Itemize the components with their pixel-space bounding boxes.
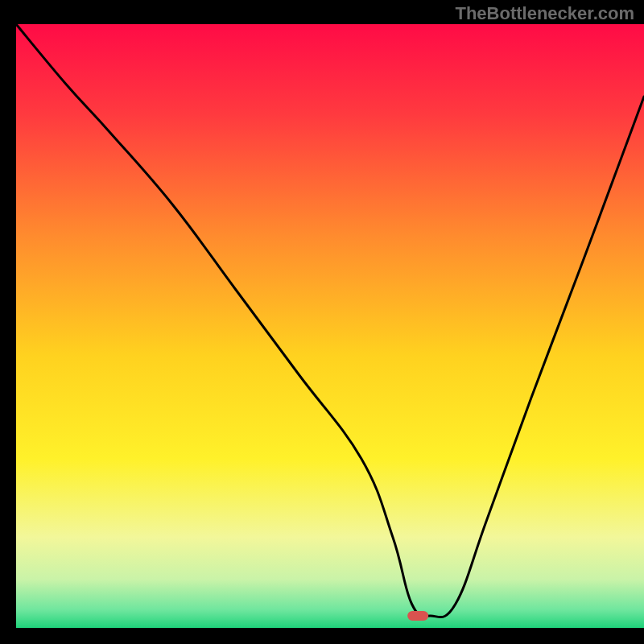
optimal-point-marker [407,611,428,621]
watermark-text: TheBottlenecker.com [455,3,634,24]
chart-svg [0,0,644,644]
gradient-background [16,24,644,628]
bottleneck-chart [0,0,644,644]
